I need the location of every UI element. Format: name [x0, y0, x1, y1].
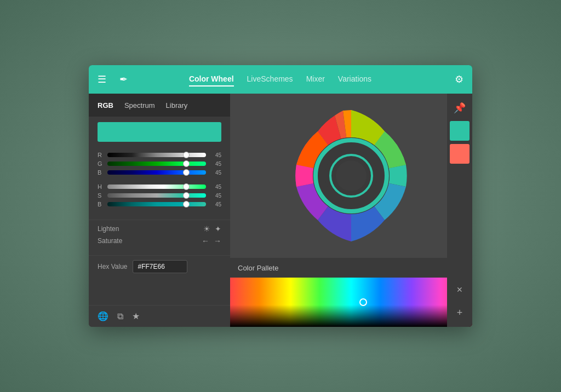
gradient-picker[interactable] — [230, 278, 472, 327]
star-icon[interactable]: ★ — [132, 311, 140, 321]
rgb-slider-group: R 45 G 45 B — [98, 152, 221, 176]
b-value: 45 — [209, 170, 221, 176]
lighten-label: Lighten — [98, 225, 119, 233]
color-wheel[interactable] — [280, 105, 422, 247]
adjustments-area: Lighten ☀ ✦ Saturate ← → — [89, 220, 230, 255]
saturate-decrease-icon[interactable]: ← — [202, 237, 209, 245]
saturate-icons: ← → — [202, 237, 221, 245]
nav-bar: Color Wheel LiveSchemes Mixer Variations — [119, 72, 442, 87]
hsb-slider-group: H 45 S 45 B — [98, 183, 221, 207]
swatch-coral[interactable] — [450, 144, 470, 164]
s-label: S — [98, 192, 104, 199]
saturate-increase-icon[interactable]: → — [214, 237, 221, 245]
lighten-icons: ☀ ✦ — [203, 224, 221, 233]
nav-variations[interactable]: Variations — [338, 72, 371, 87]
r-slider-row: R 45 — [98, 152, 221, 158]
g-slider[interactable] — [107, 162, 206, 166]
b-slider[interactable] — [107, 170, 206, 175]
settings-gear-icon[interactable]: ⚙ — [455, 73, 463, 85]
b-slider-row: B 45 — [98, 169, 221, 176]
saturate-label: Saturate — [98, 237, 122, 245]
globe-icon[interactable]: 🌐 — [98, 311, 108, 321]
lighten-increase-icon[interactable]: ✦ — [215, 224, 221, 233]
nav-mixer[interactable]: Mixer — [306, 72, 325, 87]
app-container: ☰ ✒ Color Wheel LiveSchemes Mixer Variat… — [89, 65, 472, 327]
add-sidebar-button[interactable]: + — [450, 303, 470, 322]
lighten-row: Lighten ☀ ✦ — [98, 224, 221, 233]
g-slider-row: G 45 — [98, 160, 221, 167]
palette-label: Color Pallete — [238, 264, 278, 272]
left-panel: RGB Spectrum Library R 45 G — [89, 94, 230, 327]
saturate-row: Saturate ← → — [98, 237, 221, 245]
mode-tabs: RGB Spectrum Library — [89, 94, 230, 117]
hex-input[interactable] — [133, 260, 187, 273]
s-slider-row: S 45 — [98, 192, 221, 199]
r-value: 45 — [209, 152, 221, 158]
h-label: H — [98, 183, 104, 190]
h-value: 45 — [209, 184, 221, 190]
hex-label: Hex Value — [98, 263, 127, 270]
h-slider-row: H 45 — [98, 183, 221, 190]
g-value: 45 — [209, 161, 221, 167]
b-label: B — [98, 169, 104, 176]
s-value: 45 — [209, 193, 221, 199]
header: ☰ ✒ Color Wheel LiveSchemes Mixer Variat… — [89, 65, 472, 94]
close-sidebar-button[interactable]: ✕ — [450, 280, 470, 299]
bottom-toolbar: 🌐 ⧉ ★ — [89, 305, 230, 327]
color-wheel-area[interactable] — [230, 94, 472, 258]
main-content: RGB Spectrum Library R 45 G — [89, 94, 472, 327]
r-slider[interactable] — [107, 153, 206, 157]
rgb-sliders-area: R 45 G 45 B — [89, 147, 230, 220]
nav-live-schemes[interactable]: LiveSchemes — [247, 72, 293, 87]
right-sidebar: 📌 ✕ + — [447, 94, 472, 327]
b2-slider[interactable] — [107, 202, 206, 206]
lighten-decrease-icon[interactable]: ☀ — [203, 224, 210, 233]
gradient-cursor[interactable] — [359, 298, 367, 306]
g-label: G — [98, 160, 104, 167]
right-panel: Color Pallete › — [230, 94, 472, 327]
h-slider[interactable] — [107, 185, 206, 189]
hex-area: Hex Value — [89, 255, 230, 278]
tab-library[interactable]: Library — [166, 99, 188, 112]
r-label: R — [98, 152, 104, 158]
copy-icon[interactable]: ⧉ — [117, 312, 123, 321]
color-preview-bar — [98, 122, 221, 142]
b2-value: 45 — [209, 201, 221, 207]
b2-slider-row: B 45 — [98, 201, 221, 207]
pin-button[interactable]: 📌 — [450, 98, 470, 118]
svg-point-4 — [336, 160, 367, 191]
s-slider[interactable] — [107, 193, 206, 198]
palette-bar[interactable]: Color Pallete › — [230, 258, 472, 278]
b2-label: B — [98, 201, 104, 207]
nav-color-wheel[interactable]: Color Wheel — [189, 72, 234, 87]
tab-spectrum[interactable]: Spectrum — [124, 99, 155, 112]
tab-rgb[interactable]: RGB — [98, 99, 113, 112]
menu-icon[interactable]: ☰ — [98, 73, 106, 85]
swatch-teal[interactable] — [450, 121, 470, 141]
